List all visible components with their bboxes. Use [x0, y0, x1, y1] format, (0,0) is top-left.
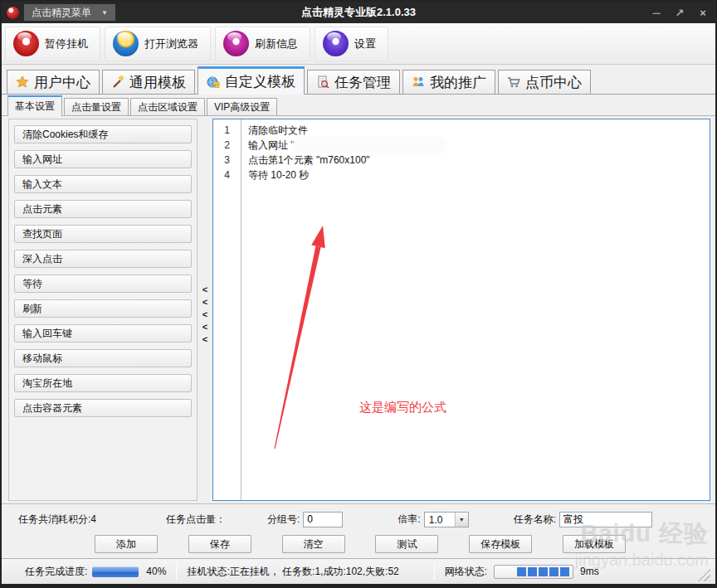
tab-task-management[interactable]: 任务管理 [307, 70, 400, 94]
sidebar-item-click-container[interactable]: 点击容器元素 [14, 399, 192, 417]
censored-url-blur [295, 139, 446, 150]
statusbar-divider [434, 563, 435, 580]
script-line: 清除临时文件 [248, 123, 703, 138]
sidebar-item-label: 深入点击 [22, 252, 62, 266]
sidebar-item-click-element[interactable]: 点击元素 [14, 200, 192, 218]
subtab-click-area-settings[interactable]: 点击区域设置 [130, 98, 205, 115]
collapse-chevron-icon[interactable]: < [202, 309, 207, 319]
app-menu-button[interactable]: 点击精灵菜单 ▼ [24, 4, 115, 21]
tab-user-center-label: 用户中心 [34, 73, 90, 92]
pause-hangup-ball-icon [13, 31, 39, 56]
sidebar-item-press-enter[interactable]: 输入回车键 [14, 324, 192, 343]
load-template-button[interactable]: 加载模板 [563, 535, 626, 553]
pause-hangup-button[interactable]: 暂停挂机 [5, 27, 100, 61]
magic-wand-icon [111, 75, 124, 89]
tab-custom-template[interactable]: 自定义模板 [198, 66, 305, 95]
subtab-vip-advanced-settings-label: VIP高级设置 [214, 100, 270, 114]
close-button[interactable]: × [695, 7, 710, 19]
open-browser-button[interactable]: 打开浏览器 [105, 27, 211, 61]
line-number: 1 [213, 123, 241, 138]
sidebar-item-enter-url[interactable]: 输入网址 [14, 150, 192, 168]
sidebar-item-label: 淘宝所在地 [22, 377, 72, 391]
sidebar-item-clear-cookies[interactable]: 清除Cookies和缓存 [14, 125, 192, 143]
status-bar: 任务完成进度: 40% 挂机状态:正在挂机， 任务数:1,成功:102,失败:5… [2, 558, 715, 584]
line-number: 2 [213, 138, 241, 153]
tab-coin-center-label: 点币中心 [525, 73, 582, 92]
subtab-click-area-settings-label: 点击区域设置 [138, 100, 198, 114]
progress-percent: 40% [146, 566, 166, 577]
people-icon [412, 75, 425, 89]
panel-splitter[interactable]: < < < < < [198, 119, 212, 501]
open-browser-label: 打开浏览器 [144, 36, 198, 51]
collapse-chevron-icon[interactable]: < [202, 284, 207, 294]
sidebar-item-move-mouse[interactable]: 移动鼠标 [14, 349, 192, 367]
progress-label: 任务完成进度: [25, 565, 87, 579]
task-clicks-label: 任务点击量： [166, 513, 226, 527]
tab-task-management-label: 任务管理 [334, 73, 391, 92]
refresh-info-label: 刷新信息 [255, 36, 298, 51]
sidebar-item-label: 输入文本 [22, 177, 62, 192]
line-number-gutter: 1 2 3 4 [213, 119, 241, 500]
tab-custom-template-label: 自定义模板 [225, 72, 295, 91]
sidebar-item-wait[interactable]: 等待 [14, 275, 192, 293]
sidebar-item-label: 查找页面 [22, 227, 62, 241]
sidebar-item-label: 点击容器元素 [22, 401, 82, 415]
collapse-chevron-icon[interactable]: < [202, 334, 207, 344]
line-number: 4 [213, 168, 241, 182]
main-tab-bar: 用户中心 通用模板 自定义模板 任务管理 我的推广 点币中心 [2, 65, 715, 95]
subtab-vip-advanced-settings[interactable]: VIP高级设置 [207, 98, 277, 115]
latency-value: 9ms [580, 566, 599, 577]
sidebar-item-label: 等待 [22, 277, 42, 291]
tab-general-template[interactable]: 通用模板 [102, 70, 195, 94]
progress-bar [92, 566, 139, 577]
main-toolbar: 暂停挂机 打开浏览器 刷新信息 设置 [2, 23, 715, 65]
sidebar-item-enter-text[interactable]: 输入文本 [14, 175, 192, 193]
save-button[interactable]: 保存 [188, 535, 251, 553]
maximize-button[interactable]: ↗ [672, 7, 687, 19]
subtab-basic-settings[interactable]: 基本设置 [7, 95, 62, 116]
subtab-click-volume-settings-label: 点击量设置 [71, 100, 121, 114]
sidebar-item-taobao-location[interactable]: 淘宝所在地 [14, 374, 192, 392]
subtab-basic-settings-label: 基本设置 [15, 100, 55, 114]
task-name-input[interactable] [559, 512, 652, 527]
group-number-input[interactable] [303, 512, 343, 527]
tab-my-promotion-label: 我的推广 [430, 73, 486, 92]
group-number-label: 分组号: [267, 513, 300, 527]
task-name-label: 任务名称: [514, 513, 556, 527]
tab-my-promotion[interactable]: 我的推广 [402, 70, 495, 94]
command-sidebar: 清除Cookies和缓存 输入网址 输入文本 点击元素 查找页面 深入点击 等待… [8, 119, 198, 501]
clear-button[interactable]: 清空 [282, 535, 345, 553]
network-status-label: 网络状态: [445, 565, 487, 579]
sidebar-item-find-page[interactable]: 查找页面 [14, 225, 192, 243]
rate-value: 1.0 [425, 513, 455, 527]
collapse-chevron-icon[interactable]: < [202, 322, 207, 332]
script-code-area[interactable]: 清除临时文件 输入网址 " 点击第1个元素 "m760x100" 等待 10-2… [241, 119, 710, 500]
pause-hangup-label: 暂停挂机 [45, 36, 88, 51]
tab-coin-center[interactable]: 点币中心 [498, 70, 591, 94]
sidebar-item-label: 刷新 [22, 302, 42, 316]
app-logo-icon [7, 7, 19, 19]
refresh-info-button[interactable]: 刷新信息 [215, 27, 310, 61]
add-button[interactable]: 添加 [95, 535, 158, 553]
custom-template-globe-icon [207, 75, 220, 89]
script-line: 点击第1个元素 "m760x100" [248, 153, 703, 168]
app-window: 点击精灵菜单 ▼ 点击精灵专业版2.1.0.33 ─ ↗ × 暂停挂机 打开浏览… [0, 0, 717, 588]
title-bar: 点击精灵菜单 ▼ 点击精灵专业版2.1.0.33 ─ ↗ × [2, 2, 715, 23]
sidebar-item-label: 输入回车键 [22, 327, 72, 341]
minimize-button[interactable]: ─ [649, 7, 664, 19]
rate-dropdown-arrow-icon[interactable]: ▼ [455, 513, 468, 527]
subtab-click-volume-settings[interactable]: 点击量设置 [64, 98, 129, 115]
test-button[interactable]: 测试 [375, 535, 438, 553]
line-number: 3 [213, 153, 241, 168]
statusbar-divider [176, 563, 177, 580]
menu-dropdown-arrow-icon: ▼ [101, 9, 108, 17]
collapse-chevron-icon[interactable]: < [202, 297, 207, 307]
settings-button[interactable]: 设置 [315, 27, 388, 61]
settings-label: 设置 [354, 36, 376, 51]
sidebar-item-deep-click[interactable]: 深入点击 [14, 250, 192, 268]
rate-dropdown[interactable]: 1.0 ▼ [424, 512, 469, 527]
resize-grip[interactable] [698, 569, 710, 581]
tab-user-center[interactable]: 用户中心 [7, 70, 100, 94]
save-template-button[interactable]: 保存模板 [469, 535, 532, 553]
sidebar-item-refresh[interactable]: 刷新 [14, 299, 192, 318]
